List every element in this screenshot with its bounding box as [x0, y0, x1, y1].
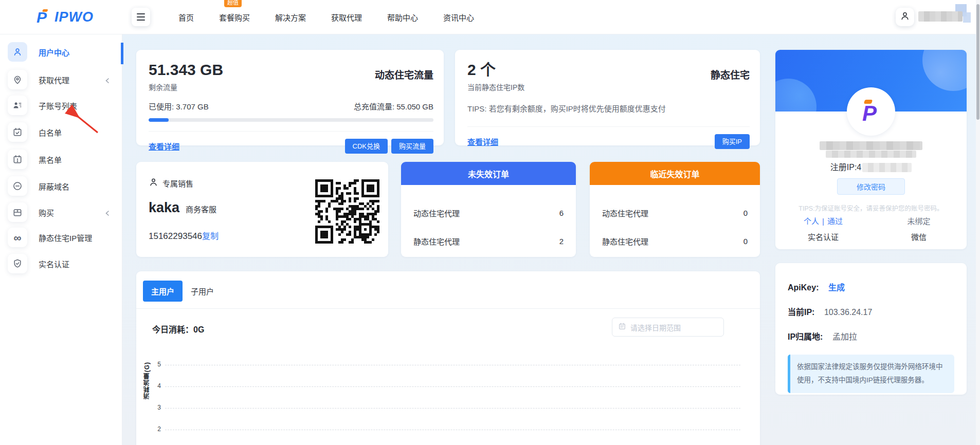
order-count: 2 — [559, 237, 564, 246]
remaining-traffic-value: 51.343 GB — [149, 61, 223, 78]
generate-apikey-link[interactable]: 生成 — [828, 283, 845, 292]
y-tick: 5 — [152, 361, 161, 368]
sidebar-item-blacklist[interactable]: 黑名单 — [8, 150, 116, 169]
sidebar-active-indicator — [121, 43, 123, 64]
ip-region-label: IP归属地: — [788, 332, 823, 341]
username-blurred — [918, 4, 971, 25]
copy-phone-link[interactable]: 复制 — [202, 232, 219, 240]
total-traffic-text: 总充值流量: 55.050 GB — [354, 101, 433, 112]
cdk-redeem-button[interactable]: CDK兑换 — [345, 139, 388, 154]
user-account-button[interactable] — [896, 8, 914, 26]
date-range-placeholder: 请选择日期范围 — [630, 322, 681, 332]
page-scrollbar-thumb[interactable] — [976, 4, 979, 120]
dashboard-screen: P IPWO 首页 超值 套餐购买 解决方案 获取代理 帮助中心 资讯中心 — [0, 0, 980, 445]
profile-username-blurred — [820, 141, 922, 150]
minus-circle-icon — [8, 176, 27, 196]
active-orders-card: 未失效订单 动态住宅代理 6 静态住宅代理 2 — [401, 162, 576, 257]
y-tick: 2 — [152, 425, 161, 433]
avatar: P — [847, 87, 895, 136]
chevron-left-icon — [104, 209, 110, 218]
svg-text:P: P — [37, 9, 47, 25]
sales-role: 商务客服 — [186, 203, 216, 214]
static-ip-label: 当前静态住宅IP数 — [467, 82, 524, 92]
used-traffic-text: 已使用: 3.707 GB — [149, 101, 209, 112]
active-orders-header: 未失效订单 — [401, 162, 576, 185]
remaining-traffic-label: 剩余流量 — [149, 82, 223, 92]
hamburger-icon — [137, 13, 145, 14]
sidebar-item-subaccounts[interactable]: 子账号列表 — [8, 96, 116, 115]
user-type-tabs: 主用户 子用户 — [143, 281, 222, 302]
sidebar-nav: 用户中心 获取代理 子账号列表 — [0, 34, 122, 445]
ipwo-logo[interactable]: P IPWO — [34, 0, 94, 34]
y-tick: 4 — [152, 382, 161, 390]
page-scrollbar-track[interactable] — [976, 0, 980, 445]
nav-help-center[interactable]: 帮助中心 — [387, 12, 418, 23]
package-icon — [8, 202, 27, 222]
infinity-icon — [8, 228, 27, 247]
order-row: 动态住宅代理 0 — [602, 199, 748, 227]
register-ip-text: 注册IP:4 — [830, 163, 861, 172]
buy-traffic-button[interactable]: 购买流量 — [391, 139, 433, 154]
top-header: P IPWO 首页 超值 套餐购买 解决方案 获取代理 帮助中心 资讯中心 — [0, 0, 980, 34]
buy-ip-button[interactable]: 购买IP — [715, 134, 750, 149]
nav-plans[interactable]: 超值 套餐购买 — [219, 12, 250, 23]
logo-mark-icon: P — [34, 8, 51, 27]
person-icon — [149, 177, 158, 189]
apikey-label: ApiKey: — [788, 283, 819, 292]
nav-solutions[interactable]: 解决方案 — [275, 12, 306, 23]
realname-passed-link[interactable]: 通过 — [827, 217, 843, 226]
nav-home[interactable]: 首页 — [178, 12, 194, 23]
apikey-card: ApiKey: 生成 当前IP: 103.36.24.17 IP归属地: 孟加拉… — [775, 263, 967, 395]
tab-main-user[interactable]: 主用户 — [143, 281, 183, 302]
wechat-status: 未绑定 — [871, 215, 967, 228]
sales-title: 专属销售 — [162, 178, 193, 189]
order-count: 0 — [743, 237, 748, 246]
nav-get-proxy[interactable]: 获取代理 — [331, 12, 362, 23]
sidebar-item-get-proxy[interactable]: 获取代理 — [8, 70, 116, 89]
sidebar-item-realname-verify[interactable]: 实名认证 — [8, 254, 116, 273]
sidebar-item-purchase[interactable]: 购买 — [8, 202, 116, 222]
sidebar-item-blocked-domains[interactable]: 屏蔽域名 — [8, 176, 116, 196]
static-card-tips: TIPS: 若您有剩余额度，购买IP时将优先使用额度优惠支付 — [467, 103, 750, 114]
sales-qr-code — [313, 177, 382, 246]
static-detail-link[interactable]: 查看详细 — [467, 136, 498, 147]
chevron-left-icon — [104, 77, 110, 86]
shield-check-icon — [8, 254, 27, 273]
calendar-icon — [618, 322, 626, 332]
today-consumption-label: 今日消耗：0G — [152, 323, 204, 335]
menu-toggle-button[interactable] — [132, 8, 150, 26]
expiring-orders-card: 临近失效订单 动态住宅代理 0 静态住宅代理 0 — [590, 162, 760, 257]
qr-code-image — [313, 177, 382, 246]
sidebar-item-user-center[interactable]: 用户中心 — [8, 42, 116, 62]
current-ip-label: 当前IP: — [788, 308, 814, 317]
tab-sub-user[interactable]: 子用户 — [183, 281, 222, 302]
expiring-orders-header: 临近失效订单 — [590, 162, 760, 185]
register-ip-blurred — [862, 163, 912, 172]
traffic-progress-bar — [149, 118, 433, 122]
sidebar-item-static-ip-mgmt[interactable]: 静态住宅IP管理 — [8, 228, 116, 247]
current-ip-value: 103.36.24.17 — [824, 308, 872, 317]
user-icon — [8, 42, 27, 62]
card-type-title: 静态住宅 — [711, 67, 750, 92]
sales-name: kaka — [149, 200, 179, 216]
change-password-button[interactable]: 修改密码 — [837, 178, 905, 195]
order-row: 静态住宅代理 2 — [413, 227, 564, 255]
subaccount-list-icon — [8, 96, 27, 115]
y-tick: 3 — [152, 404, 161, 411]
wechat-label: 微信 — [871, 231, 967, 242]
realname-personal-link[interactable]: 个人 — [804, 217, 819, 226]
profile-tips: TIPS:为保证账号安全，请妥善保护您的账号密码。 — [775, 203, 967, 213]
ip-region-value: 孟加拉 — [832, 332, 857, 341]
date-range-input[interactable]: 请选择日期范围 — [612, 318, 724, 337]
nav-news-center[interactable]: 资讯中心 — [443, 12, 474, 23]
card-type-title: 动态住宅流量 — [375, 67, 433, 92]
sales-phone: 15162293546 — [149, 231, 202, 241]
traffic-detail-link[interactable]: 查看详细 — [149, 141, 179, 152]
order-count: 0 — [743, 209, 748, 217]
order-row: 静态住宅代理 0 — [602, 227, 748, 255]
promo-badge: 超值 — [224, 0, 242, 7]
dynamic-traffic-card: 51.343 GB 剩余流量 动态住宅流量 已使用: 3.707 GB 总充值流… — [136, 50, 444, 145]
location-pin-icon — [8, 70, 27, 89]
sidebar-item-whitelist[interactable]: 白名单 — [8, 122, 116, 142]
order-row: 动态住宅代理 6 — [413, 199, 564, 227]
